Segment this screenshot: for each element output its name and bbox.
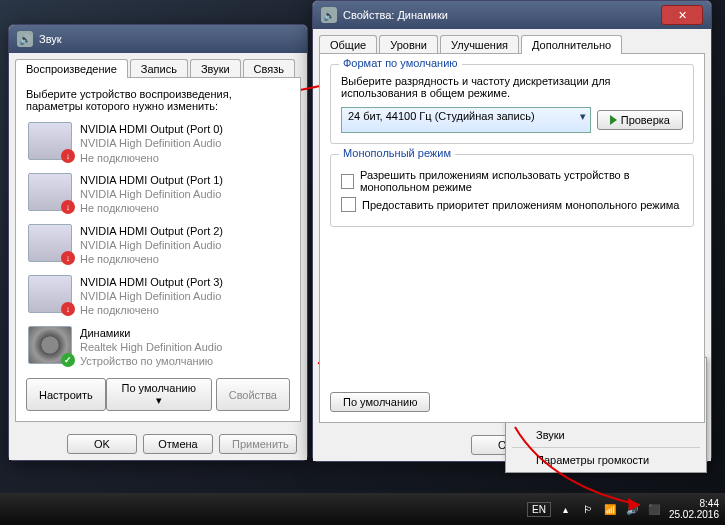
speaker-icon: 🔈 xyxy=(321,7,337,23)
checkbox-priority-exclusive[interactable]: Предоставить приоритет приложениям моноп… xyxy=(341,197,683,212)
device-name: NVIDIA HDMI Output (Port 3) xyxy=(80,275,223,289)
hint-text: Выберите устройство воспроизведения, пар… xyxy=(26,88,290,112)
device-name: NVIDIA HDMI Output (Port 1) xyxy=(80,173,223,187)
tab-levels[interactable]: Уровни xyxy=(379,35,438,54)
restore-defaults-button[interactable]: По умолчанию xyxy=(330,392,430,412)
device-list[interactable]: ↓NVIDIA HDMI Output (Port 0)NVIDIA High … xyxy=(26,118,290,372)
device-status: Не подключено xyxy=(80,201,223,215)
exclusive-group: Монопольный режим Разрешить приложениям … xyxy=(330,154,694,227)
tab-sounds[interactable]: Звуки xyxy=(190,59,241,78)
ok-button[interactable]: OK xyxy=(67,434,137,454)
tab-comm[interactable]: Связь xyxy=(243,59,295,78)
titlebar[interactable]: 🔈 Свойства: Динамики ✕ xyxy=(313,1,711,29)
device-driver: NVIDIA High Definition Audio xyxy=(80,136,223,150)
device-item[interactable]: ✓ДинамикиRealtek High Definition AudioУс… xyxy=(26,322,290,373)
tab-record[interactable]: Запись xyxy=(130,59,188,78)
tab-bar: Воспроизведение Запись Звуки Связь xyxy=(15,59,301,78)
monitor-device-icon: ↓ xyxy=(28,173,72,211)
group-label: Монопольный режим xyxy=(339,147,455,159)
device-name: NVIDIA HDMI Output (Port 0) xyxy=(80,122,223,136)
checkbox-allow-exclusive[interactable]: Разрешить приложениям использовать устро… xyxy=(341,169,683,193)
properties-button[interactable]: Свойства xyxy=(216,378,290,411)
tray-chevron-icon[interactable]: ▴ xyxy=(559,502,573,516)
default-badge-icon: ✓ xyxy=(61,353,75,367)
monitor-device-icon: ↓ xyxy=(28,122,72,160)
checkbox-icon xyxy=(341,197,356,212)
volume-icon[interactable]: 🔊 xyxy=(625,502,639,516)
device-driver: NVIDIA High Definition Audio xyxy=(80,238,223,252)
device-item[interactable]: ↓NVIDIA HDMI Output (Port 2)NVIDIA High … xyxy=(26,220,290,271)
advanced-pane: Формат по умолчанию Выберите разрядность… xyxy=(319,53,705,423)
clock[interactable]: 8:44 25.02.2016 xyxy=(669,498,719,520)
device-status: Не подключено xyxy=(80,303,223,317)
menu-item[interactable]: Параметры громкости xyxy=(508,450,704,470)
error-badge-icon: ↓ xyxy=(61,302,75,316)
device-item[interactable]: ↓NVIDIA HDMI Output (Port 1)NVIDIA High … xyxy=(26,169,290,220)
sound-window: 🔊 Звук Воспроизведение Запись Звуки Связ… xyxy=(8,24,308,461)
error-badge-icon: ↓ xyxy=(61,149,75,163)
system-tray: EN ▴ 🏳 📶 🔊 ⬛ 8:44 25.02.2016 xyxy=(527,498,719,520)
test-button[interactable]: Проверка xyxy=(597,110,683,130)
monitor-device-icon: ↓ xyxy=(28,224,72,262)
speaker-device-icon: ✓ xyxy=(28,326,72,364)
set-default-button[interactable]: По умолчанию ▾ xyxy=(106,378,212,411)
tab-general[interactable]: Общие xyxy=(319,35,377,54)
device-driver: NVIDIA High Definition Audio xyxy=(80,289,223,303)
format-combo[interactable]: 24 бит, 44100 Гц (Студийная запись) xyxy=(341,107,591,133)
group-label: Формат по умолчанию xyxy=(339,57,462,69)
sound-icon: 🔊 xyxy=(17,31,33,47)
tab-advanced[interactable]: Дополнительно xyxy=(521,35,622,54)
playback-pane: Выберите устройство воспроизведения, пар… xyxy=(15,77,301,422)
format-hint: Выберите разрядность и частоту дискретиз… xyxy=(341,75,683,99)
language-indicator[interactable]: EN xyxy=(527,502,551,517)
tray-app-icon[interactable]: ⬛ xyxy=(647,502,661,516)
device-status: Не подключено xyxy=(80,252,223,266)
taskbar: EN ▴ 🏳 📶 🔊 ⬛ 8:44 25.02.2016 xyxy=(0,493,725,525)
properties-window: 🔈 Свойства: Динамики ✕ Общие Уровни Улуч… xyxy=(312,0,712,462)
device-driver: NVIDIA High Definition Audio xyxy=(80,187,223,201)
cancel-button[interactable]: Отмена xyxy=(143,434,213,454)
device-item[interactable]: ↓NVIDIA HDMI Output (Port 3)NVIDIA High … xyxy=(26,271,290,322)
apply-button[interactable]: Применить xyxy=(219,434,297,454)
device-status: Устройство по умолчанию xyxy=(80,354,222,368)
error-badge-icon: ↓ xyxy=(61,251,75,265)
window-title: Свойства: Динамики xyxy=(343,9,661,21)
configure-button[interactable]: Настроить xyxy=(26,378,106,411)
tab-bar: Общие Уровни Улучшения Дополнительно xyxy=(319,35,705,54)
tab-playback[interactable]: Воспроизведение xyxy=(15,59,128,78)
play-icon xyxy=(610,115,617,125)
window-title: Звук xyxy=(39,33,299,45)
action-center-icon[interactable]: 🏳 xyxy=(581,502,595,516)
format-group: Формат по умолчанию Выберите разрядность… xyxy=(330,64,694,144)
close-button[interactable]: ✕ xyxy=(661,5,703,25)
checkbox-icon xyxy=(341,174,354,189)
device-status: Не подключено xyxy=(80,151,223,165)
device-name: Динамики xyxy=(80,326,222,340)
monitor-device-icon: ↓ xyxy=(28,275,72,313)
error-badge-icon: ↓ xyxy=(61,200,75,214)
tab-enhance[interactable]: Улучшения xyxy=(440,35,519,54)
menu-item[interactable]: Звуки xyxy=(508,425,704,445)
network-icon[interactable]: 📶 xyxy=(603,502,617,516)
device-driver: Realtek High Definition Audio xyxy=(80,340,222,354)
device-name: NVIDIA HDMI Output (Port 2) xyxy=(80,224,223,238)
titlebar[interactable]: 🔊 Звук xyxy=(9,25,307,53)
device-item[interactable]: ↓NVIDIA HDMI Output (Port 0)NVIDIA High … xyxy=(26,118,290,169)
